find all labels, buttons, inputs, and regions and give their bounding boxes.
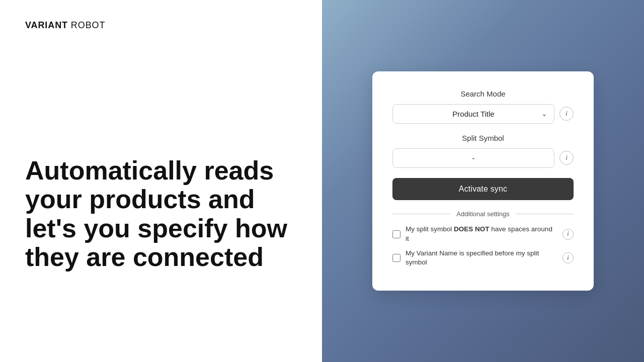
activate-sync-button[interactable]: Activate sync (392, 178, 574, 200)
search-mode-info-button[interactable]: i (559, 107, 574, 121)
logo-part1: VARIANT (25, 20, 68, 30)
no-spaces-checkbox[interactable] (392, 230, 400, 238)
search-mode-select[interactable]: Product Title (392, 104, 554, 124)
split-symbol-label: Split Symbol (392, 134, 574, 142)
checkbox-row-2: My Variant Name is specified before my s… (392, 249, 574, 268)
split-symbol-row: i (392, 148, 574, 168)
no-spaces-info-button[interactable]: i (562, 229, 574, 240)
search-mode-label: Search Mode (392, 89, 574, 98)
checkbox-row-1: My split symbol DOES NOT have spaces aro… (392, 225, 574, 244)
search-mode-row: Product Title ⌄ i (392, 104, 574, 124)
variant-name-before-checkbox[interactable] (392, 254, 400, 262)
variant-name-info-button[interactable]: i (562, 252, 574, 263)
logo: VARIANT ROBOT (25, 20, 297, 31)
split-symbol-input[interactable] (392, 148, 554, 168)
logo-part2: ROBOT (68, 20, 105, 30)
no-spaces-label: My split symbol DOES NOT have spaces aro… (406, 225, 557, 244)
hero-text: Automatically reads your products and le… (25, 156, 297, 272)
split-symbol-info-button[interactable]: i (559, 151, 574, 165)
additional-settings-label: Additional settings (450, 210, 516, 218)
divider-right (516, 214, 574, 214)
divider-left (392, 214, 450, 214)
search-mode-select-wrapper: Product Title ⌄ (392, 104, 554, 124)
settings-card: Search Mode Product Title ⌄ i Split Symb… (372, 71, 594, 291)
left-panel: VARIANT ROBOT Automatically reads your p… (0, 0, 322, 362)
does-not-bold: DOES NOT (454, 225, 490, 233)
additional-settings-divider: Additional settings (392, 210, 574, 218)
variant-name-before-label: My Variant Name is specified before my s… (406, 249, 557, 268)
right-panel: Search Mode Product Title ⌄ i Split Symb… (322, 0, 644, 362)
